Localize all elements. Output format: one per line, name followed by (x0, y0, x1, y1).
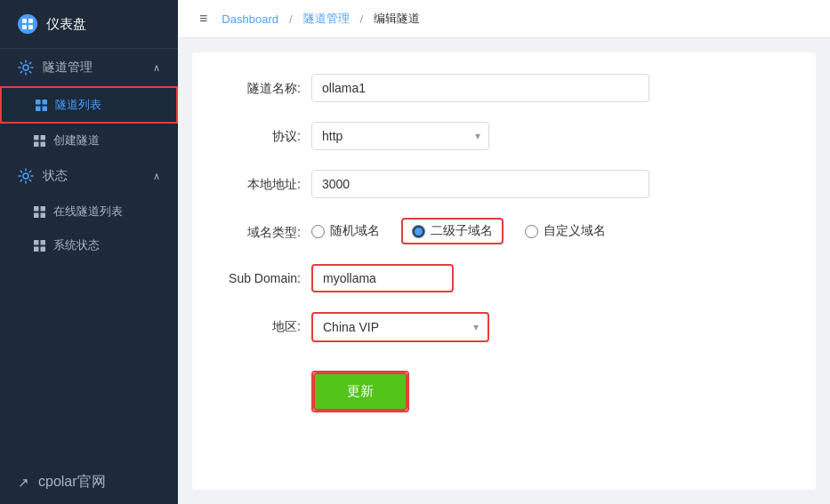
sidebar: 仪表盘 隧道管理 ∧ 隧道列表 (0, 0, 178, 504)
sub-domain-group: Sub Domain: (221, 264, 787, 292)
status-chevron: ∧ (153, 171, 160, 182)
protocol-group: 协议: http https tcp udp ▾ (221, 122, 787, 150)
update-button[interactable]: 更新 (313, 372, 407, 411)
sub-domain-label: Sub Domain: (221, 264, 301, 285)
breadcrumb-tunnel-management[interactable]: 隧道管理 (303, 11, 350, 27)
protocol-label: 协议: (221, 122, 301, 145)
svg-rect-7 (36, 106, 41, 111)
region-select-wrapper: China VIP China US Global ▾ (311, 312, 489, 342)
svg-rect-5 (36, 100, 41, 105)
tunnel-list-label: 隧道列表 (55, 97, 101, 113)
tunnel-name-label: 隧道名称: (221, 74, 301, 97)
svg-rect-0 (22, 19, 27, 23)
online-tunnel-label: 在线隧道列表 (53, 204, 123, 220)
domain-type-group: 域名类型: 随机域名 二级子域名 自定义域名 (221, 218, 787, 244)
domain-type-secondary-radio[interactable] (412, 225, 425, 238)
local-address-label: 本地地址: (221, 170, 301, 193)
domain-type-custom-text: 自定义域名 (544, 223, 606, 239)
svg-rect-3 (28, 25, 33, 29)
status-gear-icon (18, 168, 34, 184)
system-status-label: 系统状态 (53, 237, 100, 253)
svg-rect-14 (34, 206, 39, 212)
domain-type-custom-label[interactable]: 自定义域名 (525, 223, 606, 239)
breadcrumb-sep-2: / (360, 12, 364, 26)
svg-point-4 (23, 65, 28, 70)
region-group: 地区: China VIP China US Global ▾ (221, 312, 787, 342)
svg-rect-15 (40, 206, 45, 212)
svg-rect-19 (40, 240, 45, 245)
svg-rect-17 (40, 212, 45, 218)
svg-rect-18 (34, 240, 39, 245)
svg-rect-20 (34, 246, 39, 252)
breadcrumb-edit-tunnel: 编辑隧道 (374, 11, 420, 27)
region-control: China VIP China US Global ▾ (311, 312, 649, 342)
tunnel-list-icon (34, 98, 48, 112)
tunnel-name-control (311, 74, 649, 102)
svg-rect-16 (34, 212, 39, 218)
online-tunnel-icon (32, 204, 46, 219)
protocol-select-wrapper: http https tcp udp ▾ (311, 122, 489, 150)
protocol-select[interactable]: http https tcp udp (311, 122, 489, 150)
domain-type-secondary-wrapper: 二级子域名 (401, 218, 504, 244)
tunnel-management-section: 隧道管理 ∧ 隧道列表 (0, 49, 178, 157)
external-link-icon: ↗ (18, 475, 29, 491)
svg-rect-10 (40, 135, 45, 140)
create-tunnel-label: 创建隧道 (53, 132, 100, 148)
local-address-group: 本地地址: (221, 170, 787, 198)
domain-type-label: 域名类型: (221, 218, 301, 241)
tunnel-gear-icon (18, 60, 34, 76)
domain-type-random-label[interactable]: 随机域名 (311, 223, 380, 239)
domain-type-secondary-text: 二级子域名 (431, 223, 493, 239)
local-address-control (311, 170, 649, 198)
svg-rect-11 (34, 141, 39, 147)
menu-icon[interactable]: ≡ (199, 11, 207, 27)
svg-rect-12 (40, 141, 45, 147)
sidebar-item-online-tunnel[interactable]: 在线隧道列表 (0, 195, 178, 228)
svg-rect-21 (40, 246, 45, 252)
tunnel-management-label: 隧道管理 (43, 60, 93, 76)
region-label: 地区: (221, 312, 301, 335)
tunnel-name-group: 隧道名称: (221, 74, 787, 102)
create-tunnel-icon (32, 133, 46, 148)
domain-type-random-radio[interactable] (311, 225, 325, 238)
domain-type-control: 随机域名 二级子域名 自定义域名 (311, 218, 649, 244)
domain-type-secondary-label[interactable]: 二级子域名 (412, 223, 493, 239)
svg-rect-8 (42, 106, 47, 111)
domain-type-random-text: 随机域名 (330, 223, 380, 239)
cpolar-website-label: cpolar官网 (38, 473, 106, 492)
protocol-control: http https tcp udp ▾ (311, 122, 649, 150)
topbar: ≡ Dashboard / 隧道管理 / 编辑隧道 (178, 0, 830, 38)
update-button-wrapper: 更新 (311, 371, 409, 412)
breadcrumb-sep-1: / (289, 12, 293, 26)
dashboard-label: 仪表盘 (46, 16, 86, 33)
tunnel-management-header[interactable]: 隧道管理 ∧ (0, 49, 178, 86)
sidebar-item-tunnel-list[interactable]: 隧道列表 (0, 86, 178, 124)
cpolar-website-link[interactable]: ↗ cpolar官网 (0, 460, 178, 504)
svg-point-13 (23, 173, 28, 179)
svg-rect-1 (28, 19, 33, 23)
domain-type-row: 随机域名 二级子域名 自定义域名 (311, 218, 649, 244)
region-select[interactable]: China VIP China US Global (313, 314, 488, 340)
sidebar-item-system-status[interactable]: 系统状态 (0, 228, 178, 262)
sidebar-logo[interactable]: 仪表盘 (0, 0, 178, 49)
status-section: 状态 ∧ 在线隧道列表 (0, 157, 178, 262)
system-status-icon (32, 238, 46, 252)
status-header[interactable]: 状态 ∧ (0, 157, 178, 195)
dashboard-icon (18, 14, 37, 34)
sub-domain-control (311, 264, 649, 292)
sub-domain-input[interactable] (311, 264, 454, 292)
edit-tunnel-form: 隧道名称: 协议: http https tcp udp ▾ (192, 52, 816, 490)
breadcrumb-dashboard[interactable]: Dashboard (222, 12, 278, 26)
sidebar-item-create-tunnel[interactable]: 创建隧道 (0, 124, 178, 157)
svg-rect-2 (22, 25, 27, 29)
tunnel-name-input[interactable] (311, 74, 649, 102)
svg-rect-9 (34, 135, 39, 140)
domain-type-custom-radio[interactable] (525, 225, 538, 238)
tunnel-management-chevron: ∧ (153, 62, 160, 74)
svg-rect-6 (42, 100, 47, 105)
main-area: ≡ Dashboard / 隧道管理 / 编辑隧道 隧道名称: 协议: http… (178, 0, 830, 504)
status-label: 状态 (43, 168, 68, 184)
local-address-input[interactable] (311, 170, 649, 198)
